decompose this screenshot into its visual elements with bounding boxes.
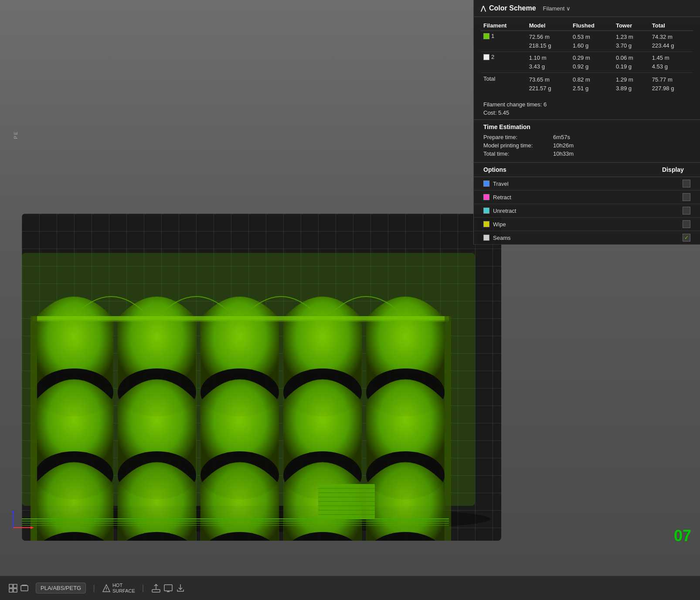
total-time-row: Total time: 10h33m	[483, 150, 690, 158]
cost-value: 5.45	[498, 109, 509, 116]
option-unretract-row: Unretract	[474, 204, 700, 218]
model-print-time-row: Model printing time: 10h26m	[483, 141, 690, 150]
layer-number: 07	[674, 527, 691, 545]
svg-rect-46	[9, 589, 13, 592]
profile-label: PLA/ABS/PETG	[41, 585, 81, 591]
total-model: 73.65 m 221.57 g	[527, 73, 570, 95]
separator-2: |	[142, 583, 144, 593]
warning-triangle-icon	[102, 584, 111, 593]
axes-indicator	[9, 510, 35, 536]
wipe-checkbox[interactable]	[683, 220, 690, 228]
separator-1: |	[93, 583, 95, 593]
filament-2-flushed: 0.29 m 0.92 g	[570, 52, 613, 73]
options-header: Options Display	[474, 163, 700, 177]
model-print-time-value: 10h26m	[553, 142, 574, 149]
filament-tab-label: Filament	[543, 5, 565, 12]
total-flushed: 0.82 m 2.51 g	[570, 73, 613, 95]
filament-2-tower: 0.06 m 0.19 g	[613, 52, 649, 73]
col-header-tower: Tower	[613, 20, 649, 31]
option-retract-label: Retract	[483, 194, 683, 201]
svg-rect-47	[14, 589, 17, 592]
option-wipe-label: Wipe	[483, 221, 683, 228]
filament-1-model: 72.56 m 218.15 g	[527, 31, 570, 52]
col-header-filament: Filament	[481, 20, 527, 31]
checkmark-icon: ✓	[684, 235, 689, 241]
chevron-down-icon: ∨	[566, 5, 571, 12]
panel-title: ⋀ Color Scheme	[481, 4, 536, 12]
seams-color-swatch	[483, 235, 489, 241]
retract-color-swatch	[483, 194, 489, 200]
filament-2-id: 2	[481, 52, 527, 73]
screen-icon	[163, 583, 173, 593]
option-seams-row: Seams ✓	[474, 231, 700, 245]
left-side-label: PE	[13, 131, 18, 139]
cost-label: Cost:	[483, 109, 496, 116]
travel-checkbox[interactable]	[683, 180, 690, 188]
prepare-time-label: Prepare time:	[483, 134, 553, 140]
filament-1-color-swatch	[483, 33, 489, 39]
retract-checkbox[interactable]	[683, 193, 690, 201]
filament-1-id: 1	[481, 31, 527, 52]
table-total-row: Total 73.65 m 221.57 g 0.82 m 2.51 g	[481, 73, 693, 95]
export-icon-group[interactable]	[151, 583, 185, 593]
model-svg	[22, 214, 501, 541]
col-header-total: Total	[649, 20, 693, 31]
filament-change-label: Filament change times:	[483, 101, 542, 108]
filament-1-tower: 1.23 m 3.70 g	[613, 31, 649, 52]
option-seams-label: Seams	[483, 235, 683, 241]
filament-change-row: Filament change times: 6	[483, 100, 690, 109]
hot-surface-text: HOT	[112, 583, 135, 588]
filament-tab[interactable]: Filament ∨	[543, 5, 571, 12]
filament-1-total: 74.32 m 223.44 g	[649, 31, 693, 52]
total-label: Total	[481, 73, 527, 95]
wipe-color-swatch	[483, 221, 489, 227]
table-row: 1 72.56 m 218.15 g 0.53 m 1.60 g	[481, 31, 693, 52]
total-time-label: Total time:	[483, 150, 553, 157]
color-scheme-title: Color Scheme	[489, 4, 536, 12]
total-total: 75.77 m 227.98 g	[649, 73, 693, 95]
seams-checkbox[interactable]: ✓	[683, 234, 690, 242]
total-time-value: 10h33m	[553, 150, 574, 157]
unretract-color-swatch	[483, 208, 489, 214]
svg-rect-18	[31, 316, 37, 541]
upload-icon	[151, 583, 161, 593]
filament-2-total: 1.45 m 4.53 g	[649, 52, 693, 73]
time-estimation-title: Time Estimation	[474, 120, 700, 132]
time-rows: Prepare time: 6m57s Model printing time:…	[474, 132, 700, 163]
col-header-flushed: Flushed	[570, 20, 613, 31]
svg-marker-43	[12, 510, 14, 512]
export-icon	[176, 583, 185, 593]
filament-2-model: 1.10 m 3.43 g	[527, 52, 570, 73]
svg-rect-44	[9, 584, 13, 588]
unretract-checkbox[interactable]	[683, 207, 690, 215]
info-panel: ⋀ Color Scheme Filament ∨ Filament Model…	[473, 0, 700, 245]
model-print-time-label: Model printing time:	[483, 142, 553, 149]
filament-table: Filament Model Flushed Tower Total 1	[481, 20, 693, 94]
cost-row: Cost: 5.45	[483, 109, 690, 117]
layers-icon	[20, 584, 29, 593]
display-col-title: Display	[656, 166, 690, 173]
prepare-time-row: Prepare time: 6m57s	[483, 133, 690, 141]
option-wipe-row: Wipe	[474, 218, 700, 231]
option-unretract-label: Unretract	[483, 208, 683, 214]
svg-rect-45	[14, 584, 17, 588]
options-col-title: Options	[483, 166, 656, 173]
grid-icon-group[interactable]	[9, 584, 29, 593]
info-rows: Filament change times: 6 Cost: 5.45	[474, 98, 700, 120]
svg-rect-49	[22, 585, 27, 586]
travel-color-swatch	[483, 181, 489, 187]
option-retract-row: Retract	[474, 191, 700, 204]
option-travel-label: Travel	[483, 181, 683, 187]
svg-rect-19	[445, 316, 451, 541]
filament-2-color-swatch	[483, 54, 489, 60]
panel-header: ⋀ Color Scheme Filament ∨	[474, 0, 700, 17]
filament-change-value: 6	[544, 101, 547, 108]
profile-button[interactable]: PLA/ABS/PETG	[36, 583, 86, 593]
print-bed	[22, 214, 501, 541]
chevron-up-icon: ⋀	[481, 5, 486, 12]
svg-rect-53	[152, 590, 160, 592]
svg-rect-48	[21, 586, 28, 591]
table-row: 2 1.10 m 3.43 g 0.29 m 0.92 g	[481, 52, 693, 73]
option-travel-row: Travel	[474, 177, 700, 191]
model-container	[22, 214, 501, 541]
